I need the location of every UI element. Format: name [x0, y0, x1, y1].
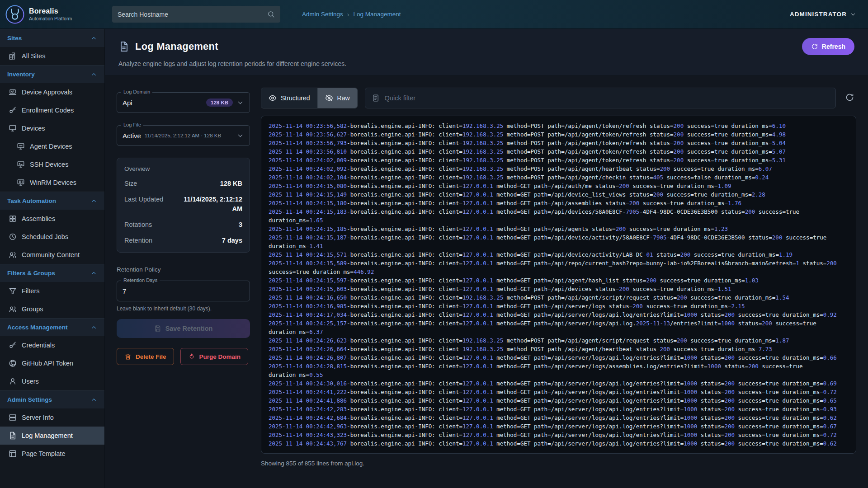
sidebar-section: Access ManagementCredentialsGitHub API T… [0, 318, 104, 390]
page-header: Log Management Refresh Analyze engine lo… [105, 29, 868, 76]
breadcrumb-separator: › [347, 11, 349, 18]
user-menu-button[interactable]: ADMINISTRATOR [790, 11, 856, 18]
sidebar-item-label: SSH Devices [30, 161, 68, 168]
raw-mode-button[interactable]: Raw [317, 88, 357, 108]
sidebar-item-label: Assemblies [22, 215, 55, 222]
refresh-label: Refresh [822, 43, 845, 50]
overview-row-label: Rotations [124, 220, 152, 229]
log-line: 2025-11-14 00:23:56,582-borealis.engine.… [269, 122, 849, 130]
sidebar-item-github-api-token[interactable]: GitHub API Token [0, 354, 104, 372]
log-line: 2025-11-14 00:24:41,222-borealis.engine.… [269, 388, 849, 396]
sidebar-item-winrm-devices[interactable]: WinRM Devices [0, 174, 104, 192]
sidebar-item-scheduled-jobs[interactable]: Scheduled Jobs [0, 228, 104, 246]
sidebar-item-enrollment-codes[interactable]: Enrollment Codes [0, 101, 104, 119]
sidebar-section-sites[interactable]: Sites [0, 29, 104, 47]
brand-text: Borealis Automation Platform [29, 7, 72, 21]
overview-row-label: Retention [124, 236, 152, 245]
purge-domain-button[interactable]: Purge Domain [180, 348, 249, 365]
sidebar-item-credentials[interactable]: Credentials [0, 336, 104, 354]
sidebar-item-label: Users [22, 378, 39, 385]
sidebar-section-inventory[interactable]: Inventory [0, 65, 104, 83]
chevron-up-icon [90, 71, 97, 78]
sidebar-section-task-automation[interactable]: Task Automation [0, 192, 104, 210]
sidebar-section-access-management[interactable]: Access Management [0, 318, 104, 336]
log-domain-select[interactable]: Log Domain Api 128 KB [117, 92, 250, 113]
sidebar-section-label: Task Automation [7, 197, 56, 204]
quick-filter-icon [372, 94, 380, 102]
overview-row-last-updated: Last Updated11/14/2025, 2:12:12 AM [124, 195, 242, 213]
sidebar-item-label: Enrollment Codes [22, 107, 74, 114]
sidebar-item-devices[interactable]: Devices [0, 119, 104, 137]
sidebar-item-groups[interactable]: Groups [0, 300, 104, 318]
sidebar-section-label: Access Management [7, 324, 68, 331]
sidebar-item-label: Agent Devices [30, 143, 72, 150]
chevron-down-icon [236, 99, 244, 107]
hostname-search[interactable] [112, 6, 280, 23]
save-retention-label: Save Retention [165, 325, 213, 332]
log-line: 2025-11-14 00:24:25,157-borealis.engine.… [269, 319, 849, 336]
retention-days-input[interactable] [123, 287, 244, 295]
overview-row-value: 3 [239, 220, 242, 229]
chevron-down-icon [850, 11, 856, 18]
log-viewer[interactable]: 2025-11-14 00:23:56,582-borealis.engine.… [261, 116, 856, 454]
log-line: 2025-11-14 00:24:15,589-borealis.engine.… [269, 259, 849, 276]
log-line: 2025-11-14 00:24:43,323-borealis.engine.… [269, 431, 849, 439]
sidebar-item-community-content[interactable]: Community Content [0, 246, 104, 264]
refresh-button[interactable]: Refresh [802, 38, 854, 55]
sidebar-item-label: Page Template [22, 450, 65, 457]
delete-file-button[interactable]: Delete File [117, 348, 174, 365]
sidebar-section: Admin SettingsServer InfoLog ManagementP… [0, 390, 104, 463]
retention-days-field[interactable]: Retention Days [117, 281, 250, 301]
purge-domain-label: Purge Domain [199, 353, 241, 360]
log-line: 2025-11-14 00:24:15,571-borealis.engine.… [269, 250, 849, 259]
overview-row-value: 11/14/2025, 2:12:12 AM [174, 195, 242, 213]
sidebar-section-filters-groups[interactable]: Filters & Groups [0, 264, 104, 282]
sidebar-section: Filters & GroupsFiltersGroups [0, 264, 104, 318]
sidebar-section-label: Admin Settings [7, 396, 52, 403]
viewer-refresh-button[interactable] [843, 91, 856, 105]
brand-subtitle: Automation Platform [29, 16, 72, 21]
log-line: 2025-11-14 00:24:02,009-borealis.engine.… [269, 156, 849, 164]
sidebar-item-ssh-devices[interactable]: SSH Devices [0, 155, 104, 174]
breadcrumb-log-management[interactable]: Log Management [353, 11, 401, 18]
sidebar-item-device-approvals[interactable]: Device Approvals [0, 83, 104, 101]
save-retention-button[interactable]: Save Retention [117, 319, 250, 338]
chevron-up-icon [90, 396, 97, 403]
sidebar-item-log-management[interactable]: Log Management [0, 427, 104, 445]
refresh-icon [811, 43, 818, 50]
sidebar-item-assemblies[interactable]: Assemblies [0, 210, 104, 228]
overview-row-label: Size [124, 179, 137, 188]
sidebar-item-label: Filters [22, 287, 39, 295]
log-line: 2025-11-14 00:24:17,034-borealis.engine.… [269, 310, 849, 319]
refresh-icon [845, 93, 854, 102]
sidebar-item-users[interactable]: Users [0, 372, 104, 390]
sidebar-section-label: Inventory [7, 71, 35, 78]
page-subtitle: Analyze engine logs and adjust log reten… [118, 60, 854, 67]
log-file-select[interactable]: Log File Active 11/14/2025, 2:12:12 AM ·… [117, 125, 250, 146]
quick-filter-input[interactable] [385, 94, 829, 102]
chevron-down-icon [236, 132, 244, 140]
structured-mode-button[interactable]: Structured [261, 88, 317, 108]
search-input[interactable] [118, 11, 267, 18]
log-line: 2025-11-14 00:24:26,623-borealis.engine.… [269, 336, 849, 345]
sidebar-item-page-template[interactable]: Page Template [0, 445, 104, 463]
log-line: 2025-11-14 00:24:26,807-borealis.engine.… [269, 353, 849, 362]
quick-filter[interactable] [365, 88, 836, 108]
log-icon [9, 432, 17, 440]
log-line: 2025-11-14 00:24:15,603-borealis.engine.… [269, 285, 849, 293]
log-line: 2025-11-14 00:24:02,104-borealis.engine.… [269, 173, 849, 182]
sidebar-item-server-info[interactable]: Server Info [0, 408, 104, 427]
sidebar-section-admin-settings[interactable]: Admin Settings [0, 390, 104, 408]
sidebar-section-label: Sites [7, 35, 22, 42]
eye-off-icon [325, 94, 333, 102]
sidebar-item-all-sites[interactable]: All Sites [0, 47, 104, 65]
log-line: 2025-11-14 00:24:15,183-borealis.engine.… [269, 207, 849, 225]
borealis-logo-icon [5, 5, 24, 24]
danger-actions: Delete File Purge Domain [117, 348, 250, 365]
sidebar-item-agent-devices[interactable]: Agent Devices [0, 137, 104, 155]
template-icon [9, 450, 17, 458]
sidebar: SitesAll SitesInventoryDevice ApprovalsE… [0, 29, 105, 488]
breadcrumb-admin-settings[interactable]: Admin Settings [302, 11, 343, 18]
log-domain-value: Api [123, 99, 132, 107]
sidebar-item-filters[interactable]: Filters [0, 282, 104, 300]
